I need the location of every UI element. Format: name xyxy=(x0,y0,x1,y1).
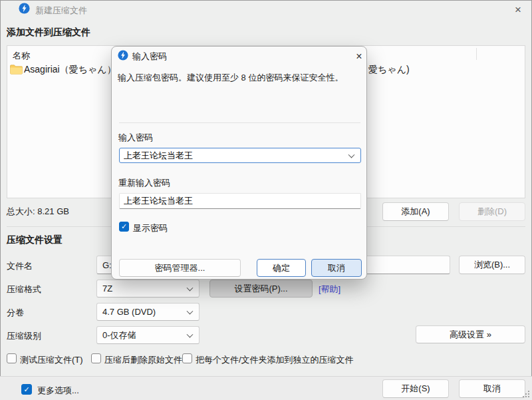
set-password-button[interactable]: 设置密码(P)... xyxy=(209,280,313,298)
separate-checkbox-label[interactable]: 把每个文件/文件夹添加到独立的压缩文件 xyxy=(196,354,354,366)
delete-original-checkbox-label[interactable]: 压缩后删除原始文件 xyxy=(104,354,182,366)
dialog-description: 输入压缩包密码。建议使用至少 8 位的密码来保证安全性。 xyxy=(118,72,343,84)
delete-button: 删除(D) xyxy=(459,202,525,221)
password-manager-button[interactable]: 密码管理器... xyxy=(119,259,241,277)
ok-button[interactable]: 确定 xyxy=(257,259,306,277)
advanced-button[interactable]: 高级设置 » xyxy=(416,325,525,343)
add-section-header: 添加文件到压缩文件 xyxy=(7,27,90,39)
resize-grip[interactable] xyxy=(523,391,524,392)
dialog-icon xyxy=(118,50,128,61)
volume-dropdown[interactable]: 4.7 GB (DVD) xyxy=(96,303,200,321)
confirm-label: 重新输入密码 xyxy=(118,177,170,189)
password-combo[interactable] xyxy=(119,148,361,163)
help-link[interactable]: [帮助] xyxy=(319,284,340,296)
volume-label: 分卷 xyxy=(7,307,24,319)
show-password-label[interactable]: 显示密码 xyxy=(133,222,168,234)
format-dropdown[interactable]: 7Z xyxy=(96,280,200,298)
start-button[interactable]: 开始(S) xyxy=(382,379,449,398)
file-row-label: Asagiriai（愛ちゃん） xyxy=(24,64,116,76)
add-button[interactable]: 添加(A) xyxy=(382,202,449,221)
password-input[interactable] xyxy=(120,148,360,162)
column-header-name[interactable]: 名称 xyxy=(13,50,30,62)
chevron-down-icon xyxy=(187,331,194,337)
browse-button[interactable]: 浏览(B)... xyxy=(459,256,525,274)
volume-value: 4.7 GB (DVD) xyxy=(102,307,156,317)
dialog-close-button[interactable]: × xyxy=(351,49,367,65)
folder-icon xyxy=(10,65,23,75)
level-dropdown[interactable]: 0-仅存储 xyxy=(96,326,200,344)
window-close-button[interactable]: × xyxy=(509,2,527,18)
window-title: 新建压缩文件 xyxy=(35,5,87,17)
test-checkbox-label[interactable]: 测试压缩文件(T) xyxy=(20,354,83,366)
level-value: 0-仅存储 xyxy=(102,329,136,341)
settings-section-header: 压缩文件设置 xyxy=(7,234,63,246)
format-label: 压缩格式 xyxy=(7,284,41,296)
more-options-checkbox[interactable] xyxy=(21,384,32,395)
test-checkbox[interactable] xyxy=(7,353,17,363)
more-options-label[interactable]: 更多选项... xyxy=(37,385,79,397)
password-label: 输入密码 xyxy=(118,132,153,144)
separate-checkbox[interactable] xyxy=(182,353,192,363)
app-icon xyxy=(19,3,30,14)
column-divider[interactable] xyxy=(476,48,477,60)
chevron-down-icon xyxy=(187,307,194,314)
dialog-divider xyxy=(119,122,360,123)
chevron-down-icon xyxy=(187,284,194,291)
footer: 更多选项... 开始(S) 取消 xyxy=(0,376,532,400)
total-size: 总大小: 8.21 GB xyxy=(7,206,69,218)
delete-original-checkbox[interactable] xyxy=(91,353,101,363)
password-dialog: 输入密码 × 输入压缩包密码。建议使用至少 8 位的密码来保证安全性。 输入密码… xyxy=(111,46,367,280)
dialog-title: 输入密码 xyxy=(132,51,167,63)
show-password-checkbox[interactable] xyxy=(119,222,129,232)
level-label: 压缩级别 xyxy=(7,330,41,342)
file-row-path-tail: 愛ちゃん) xyxy=(368,64,410,76)
main-cancel-button[interactable]: 取消 xyxy=(459,379,525,398)
format-value: 7Z xyxy=(102,284,112,294)
confirm-input[interactable] xyxy=(119,193,361,209)
filename-label: 文件名 xyxy=(7,260,33,272)
dialog-cancel-button[interactable]: 取消 xyxy=(311,259,362,277)
